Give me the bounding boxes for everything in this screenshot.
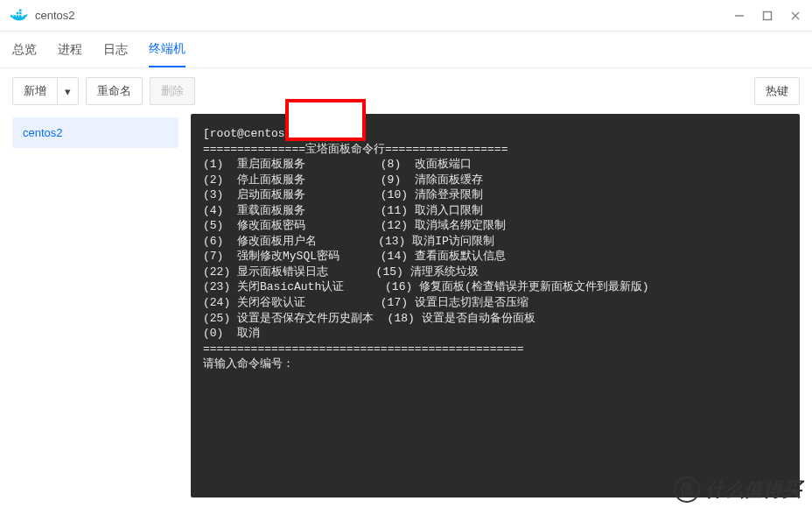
menu-line: (1) 重启面板服务 (8) 改面板端口 xyxy=(203,158,472,171)
tab-logs[interactable]: 日志 xyxy=(103,33,128,67)
tabs: 总览 进程 日志 终端机 xyxy=(0,32,812,68)
terminal[interactable]: [root@centos2 /]# bt ===============宝塔面板… xyxy=(191,114,800,497)
prompt: [root@centos2 /]# xyxy=(203,127,326,140)
menu-line: (23) 关闭BasicAuth认证 (16) 修复面板(检查错误并更新面板文件… xyxy=(203,280,649,293)
menu-line: (25) 设置是否保存文件历史副本 (18) 设置是否自动备份面板 xyxy=(203,312,536,325)
menu-line: (3) 启动面板服务 (10) 清除登录限制 xyxy=(203,188,483,201)
tab-processes[interactable]: 进程 xyxy=(58,33,82,67)
watermark-text: 什么值得买 xyxy=(705,476,802,503)
menu-line: (4) 重载面板服务 (11) 取消入口限制 xyxy=(203,204,483,217)
new-button[interactable]: 新增 xyxy=(12,77,57,105)
delete-button: 删除 xyxy=(150,77,195,105)
divider-bottom: ========================================… xyxy=(203,342,524,356)
watermark-badge: 值 xyxy=(674,476,700,503)
tab-overview[interactable]: 总览 xyxy=(12,33,37,67)
menu-line: (5) 修改面板密码 (12) 取消域名绑定限制 xyxy=(203,219,506,232)
command: bt xyxy=(326,127,340,140)
new-button-dropdown[interactable]: ▾ xyxy=(57,77,79,105)
app-icon xyxy=(10,9,28,23)
new-button-group: 新增 ▾ xyxy=(12,77,79,105)
input-prompt: 请输入命令编号： xyxy=(203,357,294,370)
titlebar: centos2 xyxy=(0,0,812,32)
window-controls xyxy=(733,10,802,22)
divider-top: ===============宝塔面板命令行================== xyxy=(203,143,508,156)
minimize-button[interactable] xyxy=(733,10,746,22)
sidebar: centos2 xyxy=(0,114,191,508)
svg-rect-1 xyxy=(764,11,772,19)
toolbar: 新增 ▾ 重命名 删除 热键 xyxy=(0,68,812,114)
menu-line: (24) 关闭谷歌认证 (17) 设置日志切割是否压缩 xyxy=(203,296,528,309)
window-title: centos2 xyxy=(35,9,733,22)
menu-line: (2) 停止面板服务 (9) 清除面板缓存 xyxy=(203,173,483,187)
sidebar-item-centos2[interactable]: centos2 xyxy=(12,117,178,148)
terminal-container: [root@centos2 /]# bt ===============宝塔面板… xyxy=(191,114,812,508)
menu-line: (7) 强制修改MySQL密码 (14) 查看面板默认信息 xyxy=(203,250,506,263)
maximize-button[interactable] xyxy=(761,10,774,22)
main: centos2 [root@centos2 /]# bt ===========… xyxy=(0,114,812,508)
chevron-down-icon: ▾ xyxy=(65,85,71,98)
rename-button[interactable]: 重命名 xyxy=(86,77,143,105)
menu-line: (22) 显示面板错误日志 (15) 清理系统垃圾 xyxy=(203,265,479,279)
hotkey-button[interactable]: 热键 xyxy=(754,77,800,105)
watermark: 值 什么值得买 xyxy=(674,476,802,503)
menu-line: (0) 取消 xyxy=(203,327,260,340)
menu-line: (6) 修改面板用户名 (13) 取消IP访问限制 xyxy=(203,235,494,248)
close-button[interactable] xyxy=(789,10,802,22)
tab-terminal[interactable]: 终端机 xyxy=(149,32,186,67)
